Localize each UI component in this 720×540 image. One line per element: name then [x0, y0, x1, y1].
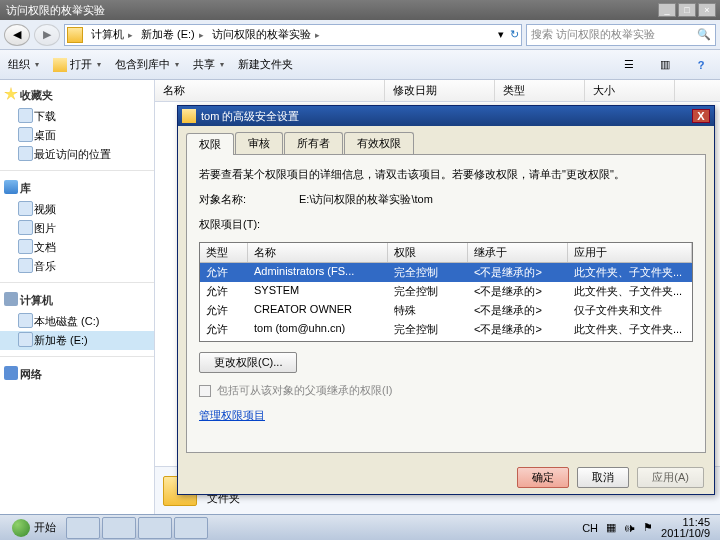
- navigation-bar: ◀ ▶ 计算机 新加卷 (E:) 访问权限的枚举实验 ▾ ↻ 搜索 访问权限的枚…: [0, 20, 720, 50]
- refresh-icon[interactable]: ↻: [510, 28, 519, 41]
- tab-owner[interactable]: 所有者: [284, 132, 343, 154]
- col-date[interactable]: 修改日期: [385, 80, 495, 101]
- windows-orb-icon: [12, 519, 30, 537]
- checkbox-icon[interactable]: [199, 385, 211, 397]
- nav-desktop[interactable]: 桌面: [0, 126, 154, 145]
- taskbar-app[interactable]: [66, 517, 100, 539]
- dropdown-icon[interactable]: ▾: [498, 28, 504, 41]
- instruction-text: 若要查看某个权限项目的详细信息，请双击该项目。若要修改权限，请单击"更改权限"。: [199, 167, 693, 182]
- tab-effective[interactable]: 有效权限: [344, 132, 414, 154]
- col-size[interactable]: 大小: [585, 80, 675, 101]
- tray-icon[interactable]: ⚑: [643, 521, 653, 534]
- dialog-tabs: 权限 审核 所有者 有效权限: [178, 126, 714, 154]
- window-title: 访问权限的枚举实验: [6, 3, 656, 18]
- start-button[interactable]: 开始: [4, 517, 64, 539]
- include-menu[interactable]: 包含到库中: [115, 57, 179, 72]
- nav-drive-e[interactable]: 新加卷 (E:): [0, 331, 154, 350]
- perm-col-name[interactable]: 名称: [248, 243, 388, 262]
- dialog-titlebar: tom 的高级安全设置 X: [178, 106, 714, 126]
- breadcrumb-seg[interactable]: 访问权限的枚举实验: [208, 25, 324, 45]
- nav-music[interactable]: 音乐: [0, 257, 154, 276]
- taskbar-app[interactable]: [174, 517, 208, 539]
- taskbar-app[interactable]: [138, 517, 172, 539]
- explorer-toolbar: 组织 打开 包含到库中 共享 新建文件夹 ☰ ▥ ?: [0, 50, 720, 80]
- tab-permissions[interactable]: 权限: [186, 133, 234, 155]
- perm-header[interactable]: 类型 名称 权限 继承于 应用于: [200, 243, 692, 263]
- share-menu[interactable]: 共享: [193, 57, 224, 72]
- taskbar[interactable]: 开始 CH ▦ 🕪 ⚑ 11:45 2011/10/9: [0, 514, 720, 540]
- nav-downloads[interactable]: 下载: [0, 107, 154, 126]
- cancel-button[interactable]: 取消: [577, 467, 629, 488]
- open-menu[interactable]: 打开: [53, 57, 101, 72]
- object-name-value: E:\访问权限的枚举实验\tom: [299, 192, 433, 207]
- taskbar-app[interactable]: [102, 517, 136, 539]
- perm-col-apply[interactable]: 应用于: [568, 243, 692, 262]
- apply-button[interactable]: 应用(A): [637, 467, 704, 488]
- nav-network[interactable]: 网络: [0, 363, 154, 386]
- minimize-button[interactable]: _: [658, 3, 676, 17]
- advanced-security-dialog: tom 的高级安全设置 X 权限 审核 所有者 有效权限 若要查看某个权限项目的…: [177, 105, 715, 495]
- ok-button[interactable]: 确定: [517, 467, 569, 488]
- help-icon[interactable]: ?: [690, 54, 712, 76]
- search-icon: 🔍: [697, 28, 711, 41]
- column-headers[interactable]: 名称 修改日期 类型 大小: [155, 80, 720, 102]
- maximize-button[interactable]: □: [678, 3, 696, 17]
- dialog-close-button[interactable]: X: [692, 109, 710, 123]
- perm-row[interactable]: 允许Administrators (FS...完全控制<不是继承的>此文件夹、子…: [200, 263, 692, 282]
- perm-row[interactable]: 允许CREATOR OWNER特殊<不是继承的>仅子文件夹和文件: [200, 301, 692, 320]
- folder-icon: [67, 27, 83, 43]
- ime-indicator[interactable]: CH: [582, 522, 598, 534]
- perm-row[interactable]: 允许tom (tom@uhn.cn)完全控制<不是继承的>此文件夹、子文件夹..…: [200, 320, 692, 339]
- nav-drive-c[interactable]: 本地磁盘 (C:): [0, 312, 154, 331]
- tray-icon[interactable]: ▦: [606, 521, 616, 534]
- tray-icon[interactable]: 🕪: [624, 522, 635, 534]
- nav-pictures[interactable]: 图片: [0, 219, 154, 238]
- perm-row[interactable]: 允许SYSTEM完全控制<不是继承的>此文件夹、子文件夹...: [200, 282, 692, 301]
- breadcrumb-seg[interactable]: 计算机: [87, 25, 137, 45]
- folder-icon: [53, 58, 67, 72]
- dialog-title: tom 的高级安全设置: [201, 109, 692, 124]
- forward-button[interactable]: ▶: [34, 24, 60, 46]
- nav-videos[interactable]: 视频: [0, 200, 154, 219]
- permissions-table[interactable]: 类型 名称 权限 继承于 应用于 允许Administrators (FS...…: [199, 242, 693, 342]
- back-button[interactable]: ◀: [4, 24, 30, 46]
- clock[interactable]: 11:45 2011/10/9: [661, 517, 710, 539]
- breadcrumb-seg[interactable]: 新加卷 (E:): [137, 25, 208, 45]
- address-bar[interactable]: 计算机 新加卷 (E:) 访问权限的枚举实验 ▾ ↻: [64, 24, 522, 46]
- perm-col-type[interactable]: 类型: [200, 243, 248, 262]
- dialog-buttons: 确定 取消 应用(A): [178, 461, 714, 494]
- nav-computer[interactable]: 计算机: [0, 289, 154, 312]
- organize-menu[interactable]: 组织: [8, 57, 39, 72]
- col-type[interactable]: 类型: [495, 80, 585, 101]
- tab-content: 若要查看某个权限项目的详细信息，请双击该项目。若要修改权限，请单击"更改权限"。…: [186, 154, 706, 453]
- search-input[interactable]: 搜索 访问权限的枚举实验 🔍: [526, 24, 716, 46]
- manage-permissions-link[interactable]: 管理权限项目: [199, 409, 265, 421]
- preview-icon[interactable]: ▥: [654, 54, 676, 76]
- folder-icon: [182, 109, 196, 123]
- object-name-label: 对象名称:: [199, 192, 289, 207]
- system-tray[interactable]: CH ▦ 🕪 ⚑ 11:45 2011/10/9: [582, 517, 716, 539]
- inherit-checkbox[interactable]: 包括可从该对象的父项继承的权限(I): [199, 383, 693, 398]
- navigation-pane[interactable]: 收藏夹 下载 桌面 最近访问的位置 库 视频 图片 文档 音乐 计算机 本地磁盘…: [0, 80, 155, 514]
- perm-col-perm[interactable]: 权限: [388, 243, 468, 262]
- col-name[interactable]: 名称: [155, 80, 385, 101]
- window-titlebar: 访问权限的枚举实验 _ □ ×: [0, 0, 720, 20]
- nav-favorites[interactable]: 收藏夹: [0, 84, 154, 107]
- view-icon[interactable]: ☰: [618, 54, 640, 76]
- tab-auditing[interactable]: 审核: [235, 132, 283, 154]
- change-permissions-button[interactable]: 更改权限(C)...: [199, 352, 297, 373]
- perm-col-inherit[interactable]: 继承于: [468, 243, 568, 262]
- nav-documents[interactable]: 文档: [0, 238, 154, 257]
- close-button[interactable]: ×: [698, 3, 716, 17]
- nav-libraries[interactable]: 库: [0, 177, 154, 200]
- perm-items-label: 权限项目(T):: [199, 217, 693, 232]
- nav-recent[interactable]: 最近访问的位置: [0, 145, 154, 164]
- search-placeholder: 搜索 访问权限的枚举实验: [531, 27, 655, 42]
- new-folder-button[interactable]: 新建文件夹: [238, 57, 298, 72]
